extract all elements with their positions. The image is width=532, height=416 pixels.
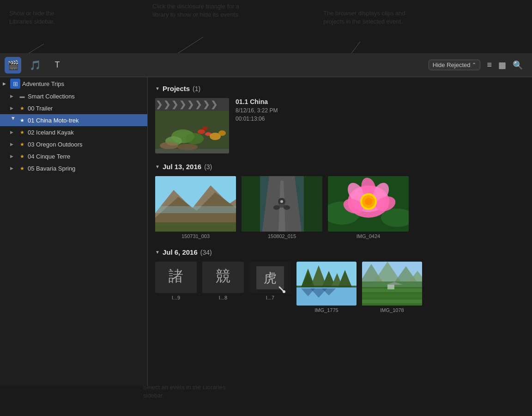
jul13-disclosure-arrow[interactable]: ▼ <box>155 164 160 169</box>
project-thumbnail: ❯ ❯ ❯ ❯ ❯ ❯ ❯ ❯ <box>155 98 229 153</box>
clip-thumb-mountain <box>155 176 236 232</box>
callout-right: The browser displays clips and projects … <box>323 9 416 26</box>
clip-item-text2[interactable]: 競 I...8 <box>202 262 244 313</box>
toolbar-left: 🎬 🎵 T <box>5 57 152 73</box>
jul6-section-header: ▼ Jul 6, 2016 (34) <box>155 248 525 256</box>
disclosure-arrow-smart[interactable]: ▶ <box>10 94 17 98</box>
sidebar-item-01-china[interactable]: ▶ ★ 01 China Moto-trek <box>0 114 147 126</box>
clip-item-karst[interactable]: IMG_1775 <box>296 262 357 313</box>
clip-item-flower[interactable]: IMG_0424 <box>328 176 409 239</box>
projects-grid: ❯ ❯ ❯ ❯ ❯ ❯ ❯ ❯ <box>155 98 525 153</box>
chevron-up-icon: ⌃ <box>472 62 476 68</box>
svg-point-6 <box>185 133 204 144</box>
clip-thumb-flower <box>328 176 409 232</box>
hide-rejected-button[interactable]: Hide Rejected ⌃ <box>429 60 481 70</box>
library-row[interactable]: ▶ ⊞ Adventure Trips <box>0 77 147 90</box>
svg-point-29 <box>273 205 280 210</box>
disclosure-arrow-china[interactable]: ▶ <box>11 117 16 123</box>
sidebar-item-04-cinque[interactable]: ▶ ★ 04 Cinque Terre <box>0 150 147 162</box>
disclosure-arrow-oregon[interactable]: ▶ <box>10 142 17 147</box>
svg-text:競: 競 <box>216 268 230 284</box>
svg-rect-20 <box>155 222 236 232</box>
filmstrip-row: ❯ ❯ ❯ ❯ ❯ ❯ ❯ ❯ <box>155 98 229 111</box>
sidebar-item-03-oregon[interactable]: ▶ ★ 03 Oregon Outdoors <box>0 138 147 150</box>
clip-thumb-text1: 諸 <box>155 262 197 293</box>
svg-rect-15 <box>155 149 229 153</box>
svg-rect-65 <box>296 286 357 288</box>
libraries-icon[interactable]: 🎬 <box>5 57 21 73</box>
project-item[interactable]: ❯ ❯ ❯ ❯ ❯ ❯ ❯ ❯ <box>155 98 278 153</box>
jul13-clips-grid: 150731_003 <box>155 176 525 239</box>
clip-item-mountain[interactable]: 150731_003 <box>155 176 236 239</box>
list-view-icon[interactable]: ≡ <box>487 60 492 70</box>
jul6-clips-grid: 諸 I...9 競 I...8 <box>155 262 525 313</box>
svg-rect-76 <box>362 300 422 303</box>
projects-disclosure-arrow[interactable]: ▼ <box>155 86 160 91</box>
svg-point-13 <box>160 142 178 149</box>
clip-item-valley[interactable]: IMG_1078 <box>362 262 422 313</box>
disclosure-arrow-trailer[interactable]: ▶ <box>10 106 17 110</box>
star-icon-iceland: ★ <box>18 128 26 136</box>
svg-rect-75 <box>362 294 422 298</box>
svg-rect-23 <box>242 176 260 232</box>
jul13-section-header: ▼ Jul 13, 2016 (3) <box>155 163 525 171</box>
disclosure-arrow-cinque[interactable]: ▶ <box>10 154 17 159</box>
sidebar: ▶ ⊞ Adventure Trips ▶ ▬ Smart Collection… <box>0 77 148 386</box>
svg-rect-77 <box>387 285 394 289</box>
toolbar-right: Hide Rejected ⌃ ≡ ▦ 🔍 <box>152 60 527 70</box>
filmstrip-view-icon[interactable]: ▦ <box>498 60 506 70</box>
svg-text:虎: 虎 <box>264 271 277 285</box>
app-container: 🎬 🎵 T Hide Rejected ⌃ ≡ ▦ 🔍 ▶ <box>0 53 532 386</box>
project-thumb-image <box>155 111 229 153</box>
titles-icon[interactable]: T <box>49 57 66 73</box>
clip-thumb-karst <box>296 262 357 306</box>
library-icon: ⊞ <box>10 79 20 89</box>
callout-left: Show or hide the Libraries sidebar. <box>9 9 74 26</box>
svg-point-12 <box>218 130 226 136</box>
search-icon[interactable]: 🔍 <box>513 60 523 70</box>
clip-thumb-text2: 競 <box>202 262 244 293</box>
svg-point-53 <box>283 290 285 293</box>
clip-item-road[interactable]: 150802_015 <box>242 176 322 239</box>
sidebar-item-02-iceland[interactable]: ▶ ★ 02 Iceland Kayak <box>0 126 147 138</box>
clip-item-text1[interactable]: 諸 I...9 <box>155 262 197 313</box>
clip-item-text3[interactable]: 虎 I...7 <box>249 262 291 313</box>
clip-thumb-road <box>242 176 322 232</box>
star-icon-cinque: ★ <box>18 153 26 160</box>
music-icon[interactable]: 🎵 <box>27 57 43 73</box>
star-icon-china: ★ <box>18 116 26 124</box>
toolbar: 🎬 🎵 T Hide Rejected ⌃ ≡ ▦ 🔍 <box>0 53 532 77</box>
star-icon-bavaria: ★ <box>18 165 26 172</box>
svg-rect-21 <box>155 206 236 213</box>
clip-thumb-text3: 虎 <box>249 262 291 293</box>
svg-rect-24 <box>304 176 322 232</box>
svg-point-44 <box>365 198 372 205</box>
star-icon-trailer: ★ <box>18 104 26 112</box>
main-layout: ▶ ⊞ Adventure Trips ▶ ▬ Smart Collection… <box>0 77 532 386</box>
disclosure-arrow-iceland[interactable]: ▶ <box>10 130 17 135</box>
project-info: 01.1 China 8/12/16, 3:22 PM 00:01:13:06 <box>236 98 278 122</box>
svg-point-31 <box>280 200 283 203</box>
jul6-disclosure-arrow[interactable]: ▼ <box>155 250 160 255</box>
date-section-jul6: ▼ Jul 6, 2016 (34) 諸 I <box>155 248 525 313</box>
library-name: Adventure Trips <box>22 80 64 87</box>
clip-thumb-valley <box>362 262 422 306</box>
date-section-jul13: ▼ Jul 13, 2016 (3) <box>155 163 525 239</box>
callout-center: Click the disclosure triangle for a libr… <box>152 2 245 19</box>
sidebar-item-00-trailer[interactable]: ▶ ★ 00 Trailer <box>0 102 147 114</box>
svg-point-30 <box>284 205 290 210</box>
projects-section-header: ▼ Projects (1) <box>155 85 525 92</box>
sidebar-item-05-bavaria[interactable]: ▶ ★ 05 Bavaria Spring <box>0 162 147 174</box>
svg-text:諸: 諸 <box>169 268 183 284</box>
browser: ▼ Projects (1) ❯ ❯ ❯ ❯ ❯ ❯ <box>148 77 532 386</box>
library-disclosure-arrow[interactable]: ▶ <box>3 81 8 86</box>
svg-point-10 <box>202 127 208 130</box>
disclosure-arrow-bavaria[interactable]: ▶ <box>10 166 17 171</box>
folder-icon: ▬ <box>18 92 26 100</box>
sidebar-item-smart-collections[interactable]: ▶ ▬ Smart Collections <box>0 90 147 102</box>
star-icon-oregon: ★ <box>18 141 26 148</box>
